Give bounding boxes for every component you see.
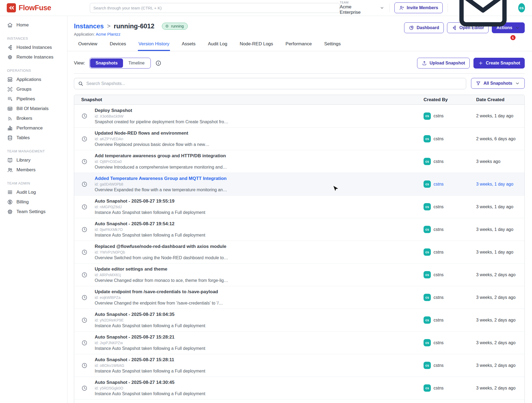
avatar: cs [424, 271, 431, 278]
view-toggle-option[interactable]: Timeline [123, 59, 150, 68]
application-link[interactable]: Acme Plantzz [96, 32, 121, 36]
created-by-name: cstns [434, 182, 444, 187]
invite-members-button[interactable]: Invite Members [394, 2, 443, 13]
created-by-name: cstns [434, 363, 444, 368]
sidebar-item[interactable]: Brokers [0, 114, 67, 123]
funnel-icon [476, 81, 481, 86]
table-row[interactable]: Auto Snapshot - 2025-08-27 16:04:35 id: … [74, 309, 524, 331]
team-selector[interactable]: TEAM: Acme Enterprise [340, 1, 384, 15]
sidebar: Home INSTANCES Hosted Instances Remote I… [0, 16, 67, 403]
snapshot-search-input[interactable] [86, 81, 462, 86]
date-created: 3 weeks, 2 days ago [476, 386, 524, 391]
table-row[interactable]: Auto Snapshot - 2025-08-27 15:28:11 id: … [74, 354, 524, 377]
flowfuse-logo[interactable]: FlowFuse [0, 3, 67, 12]
applications-icon [7, 77, 13, 83]
tab[interactable]: Assets [181, 41, 196, 51]
sidebar-item-label: Team Settings [16, 209, 46, 214]
history-clock-icon [81, 181, 88, 187]
date-created: 3 weeks, 2 days ago [476, 363, 524, 368]
sidebar-item[interactable]: Members [0, 165, 67, 175]
breadcrumb-instances-link[interactable]: Instances [74, 22, 104, 30]
history-clock-icon [81, 226, 88, 233]
snapshot-description: Overview Replaced previous basic device … [95, 142, 209, 147]
snapshot-title: Auto Snapshot - 2025-08-27 19:54:12 [95, 221, 205, 227]
table-row[interactable]: Add temperature awareness group and HTTP… [74, 150, 524, 173]
table-row[interactable]: Update editor settings and theme id: AlR… [74, 263, 524, 286]
table-row[interactable]: Updated Node-RED flows and environment i… [74, 127, 524, 150]
sidebar-item[interactable]: Library [0, 155, 67, 165]
sidebar-item[interactable]: Billing [0, 197, 67, 207]
snapshot-description: Instance Auto Snapshot taken following a… [95, 391, 205, 396]
table-row[interactable]: Added Temperature Awareness Group and MQ… [74, 173, 524, 195]
history-clock-icon [81, 158, 88, 165]
info-icon[interactable] [155, 60, 162, 66]
snapshot-description: Overview Expanded the flow with a new te… [95, 187, 227, 192]
bill-of-materials-icon [7, 106, 13, 112]
snapshot-id: id: eojkWlBPZa [95, 295, 223, 300]
person-plus-icon [399, 5, 404, 11]
sidebar-item[interactable]: Applications [0, 75, 67, 84]
sidebar-item-label: Billing [16, 199, 29, 205]
notifications-button[interactable]: 5 [453, 0, 513, 38]
sidebar-item[interactable]: Audit Log [0, 187, 67, 197]
create-snapshot-button[interactable]: Create Snapshot [473, 58, 525, 69]
snapshot-title: Auto Snapshot - 2025-08-27 14:30:45 [95, 380, 205, 385]
sidebar-item[interactable]: Team Settings [0, 207, 67, 217]
snapshot-search[interactable] [74, 78, 466, 89]
snapshot-description: Overview Changed editor from monaco to a… [95, 278, 228, 283]
breadcrumb-separator: > [107, 23, 111, 30]
tab[interactable]: Settings [324, 41, 341, 51]
pipelines-icon [7, 96, 13, 102]
upload-snapshot-label: Upload Snapshot [429, 61, 465, 66]
sidebar-item[interactable]: Remote Instances [0, 52, 67, 62]
hosted-instances-icon [7, 45, 13, 50]
table-header: Snapshot Created By Date Created [74, 95, 524, 105]
sidebar-item[interactable]: Bill Of Materials [0, 104, 67, 114]
avatar: cs [424, 362, 431, 369]
audit-log-icon [7, 189, 13, 195]
table-row[interactable]: Update endpoint from /save-credentials t… [74, 286, 524, 309]
table-row[interactable]: Replaced @flowfuse/node-red-dashboard wi… [74, 241, 524, 263]
tab[interactable]: Overview [78, 41, 98, 51]
upload-snapshot-button[interactable]: Upload Snapshot [417, 58, 470, 69]
tab[interactable]: Performance [285, 41, 312, 51]
snapshot-filter-button[interactable]: All Snapshots [471, 78, 525, 89]
global-search[interactable] [90, 3, 340, 13]
table-row[interactable]: Auto Snapshot - 2025-08-27 19:55:19 id: … [74, 195, 524, 218]
table-row[interactable]: Auto Snapshot - 2025-08-27 19:54:12 id: … [74, 218, 524, 241]
snapshot-description: Overview Switched from using the Node-RE… [95, 255, 228, 260]
divider [389, 4, 390, 12]
history-clock-icon [81, 385, 88, 391]
tab[interactable]: Audit Log [207, 41, 228, 51]
avatar: cs [424, 158, 431, 165]
sidebar-item[interactable]: Hosted Instances [0, 43, 67, 52]
global-search-input[interactable] [93, 6, 336, 10]
sidebar-item[interactable]: Home [0, 20, 67, 30]
view-toggle-option[interactable]: Snapshots [90, 59, 123, 68]
snapshot-id: id: 0jwPAXMk7O [95, 227, 205, 232]
table-row[interactable]: Auto Snapshot - 2025-08-27 14:30:45 id: … [74, 377, 524, 399]
sidebar-item[interactable]: Pipelines [0, 94, 67, 104]
table-row[interactable]: Deploy Snapshot id: X3o6Bw1k9W Snapshot … [74, 105, 524, 127]
tab[interactable]: Node-RED Logs [239, 41, 274, 51]
avatar: cs [424, 203, 431, 210]
snapshot-title: Updated Node-RED flows and environment [95, 131, 209, 136]
sidebar-item[interactable]: Tables [0, 133, 67, 143]
snapshot-description: Instance Auto Snapshot taken following a… [95, 323, 205, 328]
sidebar-item-label: Pipelines [16, 96, 35, 102]
tab[interactable]: Version History [138, 41, 170, 51]
column-date-created: Date Created [476, 97, 524, 103]
sidebar-section-operations: OPERATIONS [7, 69, 67, 73]
date-created: 2 weeks, 6 days ago [476, 136, 524, 141]
logo-text: FlowFuse [19, 4, 51, 12]
tab[interactable]: Devices [109, 41, 127, 51]
sidebar-item[interactable]: Performance [0, 123, 67, 133]
created-by-name: cstns [434, 295, 444, 300]
sidebar-item[interactable]: Groups [0, 84, 67, 94]
table-row[interactable]: Auto Snapshot - 2025-08-27 15:28:21 id: … [74, 331, 524, 354]
user-avatar[interactable]: cs [518, 3, 525, 12]
table-row[interactable]: Add HTTP endpoint for saving credentials… [74, 399, 524, 403]
avatar: cs [424, 339, 431, 346]
sidebar-section-instances: INSTANCES [7, 36, 67, 40]
date-created: 3 weeks, 2 days ago [476, 295, 524, 300]
